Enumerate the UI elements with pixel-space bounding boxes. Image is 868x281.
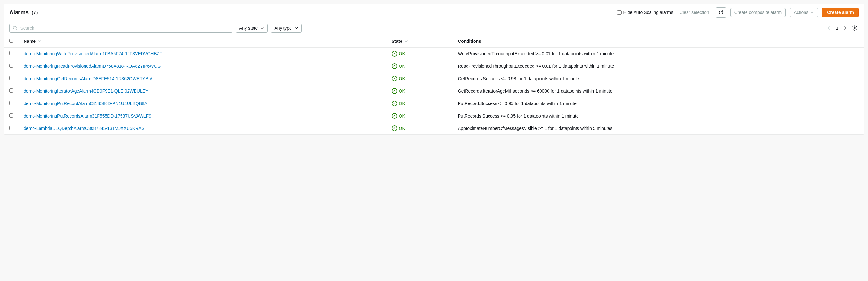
state-label: OK — [399, 88, 405, 93]
condition-text: ReadProvisionedThroughputExceeded >= 0.0… — [458, 63, 614, 69]
alarm-link[interactable]: demo-LambdaDLQDepthAlarmC3087845-131MJXX… — [24, 126, 144, 131]
toolbar-row: Any state Any type 1 — [4, 21, 864, 35]
alarm-link[interactable]: demo-MonitoringGetRecordsAlarmD8EFE514-1… — [24, 76, 153, 81]
state-filter[interactable]: Any state — [236, 24, 268, 33]
state-sort-icon — [404, 39, 408, 43]
pagination-row: 1 — [825, 24, 859, 32]
alarm-link[interactable]: demo-MonitoringReadProvisionedAlarmD758A… — [24, 63, 161, 69]
type-chevron-icon — [294, 26, 298, 30]
row-checkbox-cell — [4, 60, 19, 73]
state-filter-label: Any state — [239, 26, 258, 31]
type-filter-label: Any type — [274, 26, 291, 31]
alarm-state-cell: OK — [386, 47, 453, 60]
alarm-name-cell: demo-MonitoringPutRecordAlarm031B586D-PN… — [19, 97, 386, 110]
ok-icon — [392, 125, 397, 131]
table-row: demo-MonitoringWriteProvisionedAlarm10BA… — [4, 47, 864, 60]
state-column-header[interactable]: State — [386, 35, 453, 47]
row-checkbox-cell — [4, 73, 19, 85]
row-checkbox-cell — [4, 47, 19, 60]
row-checkbox[interactable] — [9, 126, 13, 130]
state-chevron-icon — [260, 26, 264, 30]
search-icon — [13, 26, 18, 31]
search-box[interactable] — [9, 24, 232, 33]
condition-text: WriteProvisionedThroughputExceeded >= 0.… — [458, 51, 614, 56]
page-number: 1 — [834, 26, 840, 31]
settings-icon — [852, 25, 858, 31]
alarm-link[interactable]: demo-MonitoringWriteProvisionedAlarm10BA… — [24, 51, 162, 56]
name-header-text: Name — [24, 39, 36, 44]
name-column-header[interactable]: Name — [19, 35, 386, 47]
page-title: Alarms (7) — [9, 9, 38, 16]
state-label: OK — [399, 113, 405, 118]
clear-selection-button[interactable]: Clear selection — [677, 9, 712, 16]
ok-icon — [392, 101, 397, 106]
alarm-link[interactable]: demo-MonitoringPutRecordAlarm031B586D-PN… — [24, 101, 147, 106]
table-settings-button[interactable] — [850, 24, 859, 32]
actions-label: Actions — [794, 10, 808, 15]
alarm-name-cell: demo-LambdaDLQDepthAlarmC3087845-131MJXX… — [19, 122, 386, 135]
ok-icon — [392, 51, 397, 57]
row-checkbox[interactable] — [9, 101, 13, 105]
alarm-condition-cell: GetRecords.Success <= 0.98 for 1 datapoi… — [453, 73, 864, 85]
condition-text: GetRecords.Success <= 0.98 for 1 datapoi… — [458, 76, 580, 81]
alarm-link[interactable]: demo-MonitoringPutRecordsAlarm31F555DD-1… — [24, 113, 151, 118]
alarms-table-body: demo-MonitoringWriteProvisionedAlarm10BA… — [4, 47, 864, 135]
alarm-condition-cell: PutRecord.Success <= 0.95 for 1 datapoin… — [453, 97, 864, 110]
conditions-header-text: Conditions — [458, 39, 481, 44]
ok-icon — [392, 113, 397, 119]
alarm-state-cell: OK — [386, 85, 453, 97]
table-header: Name State Conditions — [4, 35, 864, 47]
alarms-panel: Alarms (7) Hide Auto Scaling alarms Clea… — [4, 4, 864, 135]
header-bar: Alarms (7) Hide Auto Scaling alarms Clea… — [4, 4, 864, 21]
hide-autoscaling-checkbox[interactable] — [617, 10, 621, 15]
alarm-name-cell: demo-MonitoringGetRecordsAlarmD8EFE514-1… — [19, 73, 386, 85]
table-row: demo-MonitoringReadProvisionedAlarmD758A… — [4, 60, 864, 73]
alarm-name-cell: demo-MonitoringIteratorAgeAlarm4CD9F9E1-… — [19, 85, 386, 97]
actions-button[interactable]: Actions — [789, 8, 818, 17]
alarm-condition-cell: ApproximateNumberOfMessagesVisible >= 1 … — [453, 122, 864, 135]
state-label: OK — [399, 76, 405, 81]
condition-text: PutRecord.Success <= 0.95 for 1 datapoin… — [458, 101, 577, 106]
alarm-condition-cell: WriteProvisionedThroughputExceeded >= 0.… — [453, 47, 864, 60]
prev-page-button[interactable] — [825, 24, 833, 32]
create-composite-alarm-button[interactable]: Create composite alarm — [730, 8, 786, 17]
table-row: demo-MonitoringPutRecordsAlarm31F555DD-1… — [4, 110, 864, 122]
alarm-name-cell: demo-MonitoringReadProvisionedAlarmD758A… — [19, 60, 386, 73]
row-checkbox[interactable] — [9, 51, 13, 55]
alarm-state-cell: OK — [386, 60, 453, 73]
next-page-button[interactable] — [841, 24, 849, 32]
svg-line-1 — [16, 29, 17, 30]
hide-autoscaling-label[interactable]: Hide Auto Scaling alarms — [617, 10, 673, 15]
select-all-column — [4, 35, 19, 47]
ok-icon — [392, 76, 397, 81]
state-header-text: State — [392, 39, 402, 44]
actions-chevron-icon — [810, 10, 814, 15]
create-alarm-button[interactable]: Create alarm — [822, 8, 859, 17]
select-all-checkbox[interactable] — [9, 39, 13, 43]
alarm-state-cell: OK — [386, 97, 453, 110]
type-filter[interactable]: Any type — [271, 24, 301, 33]
name-sort-icon — [38, 39, 41, 43]
hide-autoscaling-text: Hide Auto Scaling alarms — [623, 10, 673, 15]
alarm-state-cell: OK — [386, 122, 453, 135]
alarm-condition-cell: PutRecords.Success <= 0.95 for 1 datapoi… — [453, 110, 864, 122]
alarm-state-cell: OK — [386, 73, 453, 85]
row-checkbox[interactable] — [9, 113, 13, 117]
state-label: OK — [399, 63, 405, 69]
row-checkbox[interactable] — [9, 88, 13, 93]
row-checkbox-cell — [4, 122, 19, 135]
alarm-link[interactable]: demo-MonitoringIteratorAgeAlarm4CD9F9E1-… — [24, 88, 148, 93]
condition-text: GetRecords.IteratorAgeMilliseconds >= 60… — [458, 88, 613, 93]
row-checkbox-cell — [4, 85, 19, 97]
condition-text: PutRecords.Success <= 0.95 for 1 datapoi… — [458, 113, 579, 118]
row-checkbox[interactable] — [9, 76, 13, 80]
condition-text: ApproximateNumberOfMessagesVisible >= 1 … — [458, 126, 613, 131]
refresh-button[interactable] — [716, 7, 726, 18]
row-checkbox-cell — [4, 97, 19, 110]
row-checkbox[interactable] — [9, 63, 13, 68]
search-input[interactable] — [20, 26, 229, 31]
ok-icon — [392, 88, 397, 94]
alarm-condition-cell: GetRecords.IteratorAgeMilliseconds >= 60… — [453, 85, 864, 97]
refresh-icon — [718, 10, 723, 15]
alarms-table: Name State Conditions — [4, 35, 864, 135]
